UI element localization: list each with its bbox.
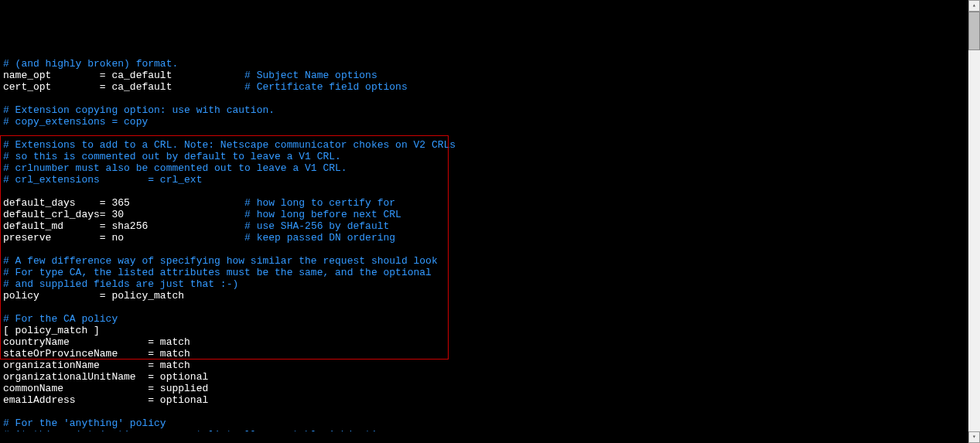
- config-line: countryName = match: [3, 336, 190, 348]
- comment-line: # and supplied fields are just that :-): [3, 278, 238, 290]
- scrollbar-down-icon[interactable]: ▾: [968, 431, 980, 443]
- config-line: commonName = supplied: [3, 383, 208, 394]
- config-line: default_days = 365: [3, 197, 244, 209]
- config-line: name_opt = ca_default: [3, 70, 244, 81]
- config-line: organizationName = match: [3, 360, 190, 371]
- comment-line: # crlnumber must also be commented out t…: [3, 162, 347, 174]
- comment-inline: # Subject Name options: [244, 70, 377, 81]
- section-header: [ policy_match ]: [3, 325, 100, 336]
- comment-line: # (and highly broken) format.: [3, 58, 178, 70]
- comment-line: # A few difference way of specifying how…: [3, 255, 438, 267]
- comment-inline: # Certificate field options: [244, 81, 408, 93]
- comment-inline: # how long before next CRL: [244, 209, 401, 220]
- comment-line: # Extensions to add to a CRL. Note: Nets…: [3, 139, 456, 151]
- config-line: emailAddress = optional: [3, 394, 208, 406]
- config-line: stateOrProvinceName = match: [3, 348, 190, 360]
- comment-line: # copy_extensions = copy: [3, 116, 148, 128]
- config-line: default_md = sha256: [3, 220, 244, 232]
- config-line: organizationalUnitName = optional: [3, 371, 208, 383]
- comment-inline: # how long to certify for: [244, 197, 395, 209]
- comment-line: # For the 'anything' policy: [3, 417, 166, 429]
- terminal-content[interactable]: # (and highly broken) format. name_opt =…: [0, 46, 980, 443]
- config-line: cert_opt = ca_default: [3, 81, 244, 93]
- scrollbar-up-icon[interactable]: ▴: [968, 0, 980, 12]
- scrollbar-thumb[interactable]: [968, 12, 980, 50]
- comment-inline: # use SHA-256 by default: [244, 220, 389, 232]
- comment-line: # For the CA policy: [3, 313, 118, 325]
- config-line: default_crl_days= 30: [3, 209, 244, 220]
- config-line: policy = policy_match: [3, 290, 184, 302]
- config-line: preserve = no: [3, 232, 244, 244]
- comment-line: # Extension copying option: use with cau…: [3, 104, 275, 116]
- status-bar: 96,118%: [0, 431, 968, 443]
- comment-line: # crl_extensions = crl_ext: [3, 174, 202, 186]
- comment-line: # For type CA, the listed attributes mus…: [3, 267, 432, 278]
- comment-line: # so this is commented out by default to…: [3, 151, 341, 162]
- scrollbar[interactable]: ▴ ▾: [968, 0, 980, 443]
- comment-inline: # keep passed DN ordering: [244, 232, 395, 244]
